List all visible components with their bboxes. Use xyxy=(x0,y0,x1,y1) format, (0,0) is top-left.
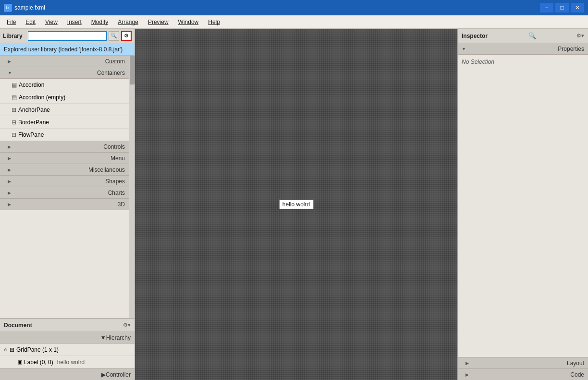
library-search-input[interactable] xyxy=(28,31,107,41)
document-section: Document ⚙▾ ▼ Hierarchy ⊖ ⊞ GridPane (1 … xyxy=(0,318,135,368)
layout-arrow-icon: ▶ xyxy=(466,361,469,366)
library-item-anchorpane[interactable]: ⊞ AnchorPane xyxy=(0,104,129,116)
inspector-search-button[interactable]: 🔍 xyxy=(528,32,536,39)
section-controls[interactable]: ▶ Controls xyxy=(0,141,129,153)
library-gear-button[interactable]: ⚙ xyxy=(121,31,132,41)
doc-child-value: hello wolrd xyxy=(57,359,85,366)
doc-hierarchy-header[interactable]: ▼ Hierarchy xyxy=(0,332,135,344)
close-button[interactable]: ✕ xyxy=(571,3,584,12)
charts-arrow-icon: ▶ xyxy=(8,190,11,195)
doc-hierarchy-label: Hierarchy xyxy=(106,334,131,341)
section-custom-label: Custom xyxy=(105,58,125,65)
root-collapse-icon: ⊖ xyxy=(4,347,8,352)
section-3d-label: 3D xyxy=(118,201,125,208)
library-tree-container: ▶ Custom ▼ Containers ▤ Accordion ▤ Acco… xyxy=(0,56,135,318)
borderpane-icon: ⊟ xyxy=(12,119,16,126)
properties-arrow-icon: ▼ xyxy=(462,47,466,51)
document-header: Document ⚙▾ xyxy=(0,319,135,332)
accordion-label: Accordion xyxy=(19,82,44,88)
library-scrollbar[interactable] xyxy=(129,56,135,318)
borderpane-label: BorderPane xyxy=(18,119,49,126)
library-item-accordion-empty[interactable]: ▤ Accordion (empty) xyxy=(0,91,129,104)
inspector-bottom: ▶ Layout ▶ Code xyxy=(458,357,588,380)
accordion-icon: ▤ xyxy=(12,82,17,88)
right-panel: Inspector 🔍 ⚙▾ ▼ Properties No Selection… xyxy=(457,29,588,380)
canvas-label-text: hello wolrd xyxy=(282,201,310,208)
containers-arrow-icon: ▼ xyxy=(8,71,12,75)
titlebar-title: sample.fxml xyxy=(14,4,45,11)
minimize-button[interactable]: − xyxy=(540,3,553,12)
controller-arrow-icon: ▶ xyxy=(101,371,106,378)
anchorpane-icon: ⊞ xyxy=(12,107,16,113)
library-header: Library 🔍 ⚙ xyxy=(0,29,135,43)
menu-window[interactable]: Window xyxy=(173,17,204,27)
section-containers-label: Containers xyxy=(97,70,125,76)
section-containers[interactable]: ▼ Containers xyxy=(0,67,129,79)
label-icon: ▣ xyxy=(17,359,22,365)
code-arrow-icon: ▶ xyxy=(466,372,469,377)
library-search-button[interactable]: 🔍 xyxy=(109,31,119,41)
canvas-label-element[interactable]: hello wolrd xyxy=(279,200,313,209)
menu-edit[interactable]: Edit xyxy=(21,17,40,27)
library-item-flowpane[interactable]: ⊟ FlowPane xyxy=(0,129,129,141)
inspector-code-label: Code xyxy=(570,371,584,378)
menu-preview[interactable]: Preview xyxy=(143,17,173,27)
section-menu[interactable]: ▶ Menu xyxy=(0,153,129,164)
inspector-code-bar[interactable]: ▶ Code xyxy=(458,368,588,380)
inspector-label: Inspector xyxy=(462,33,488,39)
menubar: File Edit View Insert Modify Arrange Pre… xyxy=(0,15,588,29)
section-shapes[interactable]: ▶ Shapes xyxy=(0,176,129,187)
section-miscellaneous[interactable]: ▶ Miscellaneous xyxy=(0,164,129,176)
center-canvas[interactable]: hello wolrd xyxy=(135,29,457,380)
library-scrollbar-thumb[interactable] xyxy=(130,56,135,84)
no-selection-text: No Selection xyxy=(458,55,588,69)
anchorpane-label: AnchorPane xyxy=(18,107,50,113)
accordion-empty-icon: ▤ xyxy=(12,94,17,101)
grid-icon: ⊞ xyxy=(10,346,14,353)
main-layout: Library 🔍 ⚙ Explored user library (loade… xyxy=(0,29,588,380)
library-item-borderpane[interactable]: ⊟ BorderPane xyxy=(0,116,129,129)
flowpane-icon: ⊟ xyxy=(12,131,16,138)
section-shapes-label: Shapes xyxy=(105,178,125,185)
left-panel: Library 🔍 ⚙ Explored user library (loade… xyxy=(0,29,135,380)
menu-file[interactable]: File xyxy=(2,17,21,27)
accordion-empty-label: Accordion (empty) xyxy=(19,94,65,101)
app-icon: fx xyxy=(4,4,12,12)
titlebar-left: fx sample.fxml xyxy=(4,4,45,12)
doc-tree-root[interactable]: ⊖ ⊞ GridPane (1 x 1) xyxy=(0,344,135,356)
properties-label: Properties xyxy=(558,46,584,52)
menu-view[interactable]: View xyxy=(40,17,62,27)
section-misc-label: Miscellaneous xyxy=(88,166,125,173)
library-info-text: Explored user library (loaded 'jfoenix-8… xyxy=(4,46,122,53)
titlebar-controls: − □ ✕ xyxy=(540,3,584,12)
maximize-button[interactable]: □ xyxy=(555,3,569,12)
controls-arrow-icon: ▶ xyxy=(8,144,11,149)
misc-arrow-icon: ▶ xyxy=(8,167,11,172)
doc-tree-child[interactable]: ▣ Label (0, 0) hello wolrd xyxy=(0,356,135,368)
3d-arrow-icon: ▶ xyxy=(8,202,11,207)
menu-modify[interactable]: Modify xyxy=(86,17,113,27)
library-info-bar: Explored user library (loaded 'jfoenix-8… xyxy=(0,43,135,56)
document-gear-icon[interactable]: ⚙▾ xyxy=(123,322,131,328)
menu-arrange[interactable]: Arrange xyxy=(113,17,143,27)
library-item-accordion[interactable]: ▤ Accordion xyxy=(0,79,129,91)
section-3d[interactable]: ▶ 3D xyxy=(0,199,129,210)
controller-bar[interactable]: ▶ Controller xyxy=(0,368,135,380)
inspector-layout-bar[interactable]: ▶ Layout xyxy=(458,357,588,368)
custom-arrow-icon: ▶ xyxy=(8,59,11,64)
library-label: Library xyxy=(3,33,26,39)
controller-label: Controller xyxy=(106,371,131,378)
flowpane-label: FlowPane xyxy=(18,131,44,138)
hierarchy-arrow-icon: ▼ xyxy=(100,334,106,341)
menu-insert[interactable]: Insert xyxy=(62,17,86,27)
section-charts[interactable]: ▶ Charts xyxy=(0,187,129,199)
library-tree: ▶ Custom ▼ Containers ▤ Accordion ▤ Acco… xyxy=(0,56,129,318)
inspector-layout-label: Layout xyxy=(567,360,584,367)
document-label: Document xyxy=(4,322,32,329)
section-menu-label: Menu xyxy=(110,155,125,162)
inspector-header: Inspector 🔍 ⚙▾ xyxy=(458,29,588,43)
section-custom[interactable]: ▶ Custom xyxy=(0,56,129,67)
inspector-gear-button[interactable]: ⚙▾ xyxy=(576,33,584,39)
menu-help[interactable]: Help xyxy=(203,17,225,27)
inspector-properties-header[interactable]: ▼ Properties xyxy=(458,43,588,55)
